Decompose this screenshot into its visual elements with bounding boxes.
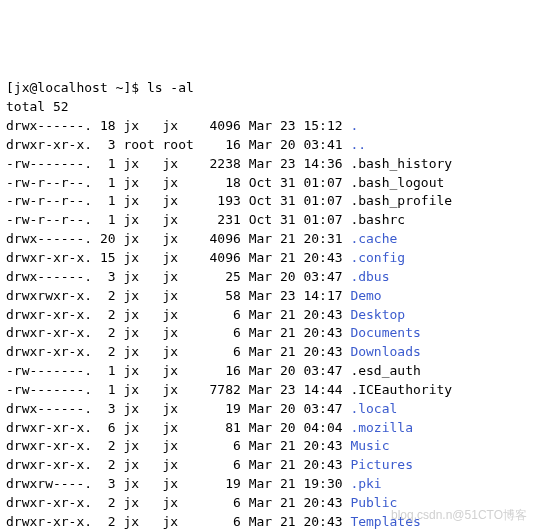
file-name: .local bbox=[350, 401, 397, 416]
file-name: Music bbox=[350, 438, 389, 453]
list-row: drwxr-xr-x. 15 jx jx 4096 Mar 21 20:43 .… bbox=[6, 250, 405, 265]
file-name: .mozilla bbox=[350, 420, 413, 435]
list-row: drwxr-xr-x. 2 jx jx 6 Mar 21 20:43 Music bbox=[6, 438, 390, 453]
file-name: .pki bbox=[350, 476, 381, 491]
prompt-line: [jx@localhost ~]$ ls -al bbox=[6, 80, 194, 95]
file-name: .bash_history bbox=[350, 156, 452, 171]
file-name: .config bbox=[350, 250, 405, 265]
shell-prompt: [jx@localhost ~]$ bbox=[6, 80, 139, 95]
list-row: drwxr-xr-x. 2 jx jx 6 Mar 21 20:43 Deskt… bbox=[6, 307, 405, 322]
terminal-output[interactable]: [jx@localhost ~]$ ls -al total 52 drwx--… bbox=[6, 79, 531, 530]
file-name: Downloads bbox=[350, 344, 420, 359]
list-row: drwxr-xr-x. 2 jx jx 6 Mar 21 20:43 Templ… bbox=[6, 514, 421, 529]
file-name: Pictures bbox=[350, 457, 413, 472]
list-row: -rw-------. 1 jx jx 2238 Mar 23 14:36 .b… bbox=[6, 156, 452, 171]
list-row: -rw-r--r--. 1 jx jx 231 Oct 31 01:07 .ba… bbox=[6, 212, 405, 227]
file-name: Documents bbox=[350, 325, 420, 340]
total-line: total 52 bbox=[6, 99, 69, 114]
file-name: .ICEauthority bbox=[350, 382, 452, 397]
typed-command: ls -al bbox=[147, 80, 194, 95]
list-row: drwxr-xr-x. 2 jx jx 6 Mar 21 20:43 Publi… bbox=[6, 495, 397, 510]
file-listing: drwx------. 18 jx jx 4096 Mar 23 15:12 .… bbox=[6, 117, 531, 530]
list-row: drwx------. 20 jx jx 4096 Mar 21 20:31 .… bbox=[6, 231, 397, 246]
list-row: drwx------. 18 jx jx 4096 Mar 23 15:12 . bbox=[6, 118, 358, 133]
file-name: .bashrc bbox=[350, 212, 405, 227]
list-row: drwx------. 3 jx jx 19 Mar 20 03:47 .loc… bbox=[6, 401, 397, 416]
list-row: drwxr-xr-x. 6 jx jx 81 Mar 20 04:04 .moz… bbox=[6, 420, 413, 435]
file-name: .cache bbox=[350, 231, 397, 246]
file-name: . bbox=[350, 118, 358, 133]
list-row: drwxrwxr-x. 2 jx jx 58 Mar 23 14:17 Demo bbox=[6, 288, 382, 303]
watermark-text: blog.csdn.n@51CTO博客 bbox=[391, 507, 527, 524]
file-name: .dbus bbox=[350, 269, 389, 284]
file-name: Desktop bbox=[350, 307, 405, 322]
list-row: -rw-------. 1 jx jx 16 Mar 20 03:47 .esd… bbox=[6, 363, 421, 378]
list-row: drwxr-xr-x. 2 jx jx 6 Mar 21 20:43 Pictu… bbox=[6, 457, 413, 472]
file-name: .esd_auth bbox=[350, 363, 420, 378]
list-row: drwxr-xr-x. 2 jx jx 6 Mar 21 20:43 Downl… bbox=[6, 344, 421, 359]
file-name: Demo bbox=[350, 288, 381, 303]
list-row: -rw-------. 1 jx jx 7782 Mar 23 14:44 .I… bbox=[6, 382, 452, 397]
list-row: drwxr-xr-x. 3 root root 16 Mar 20 03:41 … bbox=[6, 137, 366, 152]
list-row: drwx------. 3 jx jx 25 Mar 20 03:47 .dbu… bbox=[6, 269, 390, 284]
list-row: -rw-r--r--. 1 jx jx 18 Oct 31 01:07 .bas… bbox=[6, 175, 444, 190]
file-name: .. bbox=[350, 137, 366, 152]
file-name: .bash_profile bbox=[350, 193, 452, 208]
list-row: drwxrw----. 3 jx jx 19 Mar 21 19:30 .pki bbox=[6, 476, 382, 491]
list-row: -rw-r--r--. 1 jx jx 193 Oct 31 01:07 .ba… bbox=[6, 193, 452, 208]
file-name: .bash_logout bbox=[350, 175, 444, 190]
list-row: drwxr-xr-x. 2 jx jx 6 Mar 21 20:43 Docum… bbox=[6, 325, 421, 340]
